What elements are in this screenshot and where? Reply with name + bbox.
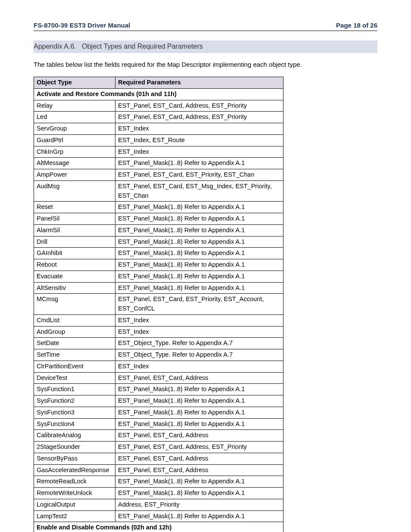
table-row: AudMsgEST_Panel, EST_Card, EST_Msg_Index…	[34, 180, 283, 202]
cell-object-type: Reset	[34, 202, 115, 213]
cell-object-type: CalibrateAnalog	[34, 430, 115, 442]
cell-object-type: CmdList	[34, 314, 115, 326]
table-header-row: Object Type Required Parameters	[34, 77, 283, 89]
intro-text: The tables below list the fields require…	[34, 61, 377, 68]
table-row: LedEST_Panel, EST_Card, Address, EST_Pri…	[34, 112, 283, 123]
table-row: RemoteWriteUnlockEST_Panel_Mask(1..8) Re…	[34, 488, 283, 499]
table-row: LogicalOutputAddress, EST_Priority	[34, 499, 283, 510]
table-section-row: Enable and Disable Commands (02h and 12h…	[34, 522, 283, 532]
cell-object-type: ServGroup	[34, 123, 115, 135]
cell-object-type: AndGroup	[34, 326, 115, 338]
cell-required-parameters: EST_Panel_Mask(1..8) Refer to Appendix A…	[115, 259, 283, 271]
cell-required-parameters: EST_Index	[115, 361, 283, 372]
section-number: Appendix A.6.	[34, 43, 82, 50]
table-row: LampTest2EST_Panel_Mask(1..8) Refer to A…	[34, 510, 283, 522]
cell-object-type: RemoteReadLock	[34, 476, 115, 488]
cell-required-parameters: EST_Object_Type. Refer to Appendix A.7	[115, 338, 283, 349]
cell-required-parameters: EST_Panel, EST_Card, Address	[115, 430, 283, 442]
cell-required-parameters: EST_Panel_Mask(1..8) Refer to Appendix A…	[115, 395, 283, 407]
cell-object-type: RemoteWriteUnlock	[34, 488, 115, 499]
table-row: 2StageSounderEST_Panel, EST_Card, Addres…	[34, 442, 283, 453]
cell-object-type: GasAcceleratedResponse	[34, 464, 115, 476]
table-row: SetTimeEST_Object_Type. Refer to Appendi…	[34, 349, 283, 361]
cell-object-type: Relay	[34, 100, 115, 112]
cell-required-parameters: EST_Panel_Mask(1..8) Refer to Appendix A…	[115, 224, 283, 236]
cell-required-parameters: EST_Panel_Mask(1..8) Refer to Appendix A…	[115, 248, 283, 259]
cell-object-type: SysFunction4	[34, 418, 115, 430]
cell-object-type: LampTest2	[34, 510, 115, 522]
table-row: RebootEST_Panel_Mask(1..8) Refer to Appe…	[34, 259, 283, 271]
cell-object-type: AmpPower	[34, 169, 115, 181]
cell-required-parameters: EST_Panel, EST_Card, Address	[115, 464, 283, 476]
col-required-parameters: Required Parameters	[115, 77, 283, 89]
section-heading: Appendix A.6.Object Types and Required P…	[34, 40, 377, 53]
cell-object-type: DeviceTest	[34, 372, 115, 384]
cell-object-type: LogicalOutput	[34, 499, 115, 510]
cell-object-type: Drill	[34, 236, 115, 248]
table-row: RemoteReadLockEST_Panel_Mask(1..8) Refer…	[34, 476, 283, 488]
cell-object-type: GAInhibit	[34, 248, 115, 259]
table-row: CalibrateAnalogEST_Panel, EST_Card, Addr…	[34, 430, 283, 442]
cell-required-parameters: EST_Panel, EST_Card, EST_Priority, EST_C…	[115, 169, 283, 181]
cell-required-parameters: EST_Panel_Mask(1..8) Refer to Appendix A…	[115, 476, 283, 488]
table-row: AltMessageEST_Panel_Mask(1..8) Refer to …	[34, 158, 283, 169]
cell-required-parameters: EST_Panel_Mask(1..8) Refer to Appendix A…	[115, 213, 283, 225]
cell-required-parameters: EST_Panel_Mask(1..8) Refer to Appendix A…	[115, 510, 283, 522]
table-row: AmpPowerEST_Panel, EST_Card, EST_Priorit…	[34, 169, 283, 181]
cell-required-parameters: EST_Index, EST_Route	[115, 134, 283, 146]
table-row: CmdListEST_Index	[34, 314, 283, 326]
cell-required-parameters: EST_Panel, EST_Card, Address, EST_Priori…	[115, 112, 283, 123]
table-row: ResetEST_Panel_Mask(1..8) Refer to Appen…	[34, 202, 283, 213]
cell-required-parameters: EST_Panel, EST_Card, EST_Priority, EST_A…	[115, 294, 283, 315]
header-left: FS-8700-39 EST3 Driver Manual	[34, 22, 130, 29]
table-row: SetDateEST_Object_Type. Refer to Appendi…	[34, 338, 283, 349]
cell-object-type: Evacuate	[34, 271, 115, 282]
cell-required-parameters: EST_Panel_Mask(1..8) Refer to Appendix A…	[115, 407, 283, 418]
cell-required-parameters: EST_Index	[115, 123, 283, 135]
cell-object-type: ChkInGrp	[34, 146, 115, 158]
table-row: EvacuateEST_Panel_Mask(1..8) Refer to Ap…	[34, 271, 283, 282]
table-row: DrillEST_Panel_Mask(1..8) Refer to Appen…	[34, 236, 283, 248]
header-right: Page 18 of 26	[336, 22, 377, 29]
cell-required-parameters: EST_Panel_Mask(1..8) Refer to Appendix A…	[115, 202, 283, 213]
table-row: GuardPtrlEST_Index, EST_Route	[34, 134, 283, 146]
cell-required-parameters: EST_Panel_Mask(1..8) Refer to Appendix A…	[115, 418, 283, 430]
table-row: AltSensitivEST_Panel_Mask(1..8) Refer to…	[34, 282, 283, 294]
cell-required-parameters: EST_Panel_Mask(1..8) Refer to Appendix A…	[115, 271, 283, 282]
cell-object-type: Reboot	[34, 259, 115, 271]
page-header: FS-8700-39 EST3 Driver Manual Page 18 of…	[34, 22, 377, 31]
cell-required-parameters: EST_Object_Type. Refer to Appendix A.7	[115, 349, 283, 361]
table-row: ChkInGrpEST_Index	[34, 146, 283, 158]
cell-object-type: 2StageSounder	[34, 442, 115, 453]
table-row: SysFunction4EST_Panel_Mask(1..8) Refer t…	[34, 418, 283, 430]
object-types-table: Object Type Required Parameters Activate…	[34, 77, 283, 532]
table-row: AlarmSilEST_Panel_Mask(1..8) Refer to Ap…	[34, 224, 283, 236]
cell-object-type: SysFunction2	[34, 395, 115, 407]
cell-object-type: SetDate	[34, 338, 115, 349]
cell-object-type: SensorByPass	[34, 453, 115, 464]
table-row: SysFunction3EST_Panel_Mask(1..8) Refer t…	[34, 407, 283, 418]
table-section-row: Activate and Restore Commands (01h and 1…	[34, 88, 283, 100]
table-section-heading: Enable and Disable Commands (02h and 12h…	[34, 522, 283, 532]
cell-required-parameters: EST_Panel, EST_Card, Address	[115, 453, 283, 464]
table-row: GasAcceleratedResponseEST_Panel, EST_Car…	[34, 464, 283, 476]
table-row: DeviceTestEST_Panel, EST_Card, Address	[34, 372, 283, 384]
cell-required-parameters: EST_Index	[115, 314, 283, 326]
cell-object-type: ClrPartitionEvent	[34, 361, 115, 372]
cell-required-parameters: EST_Panel_Mask(1..8) Refer to Appendix A…	[115, 384, 283, 395]
table-row: MCmsgEST_Panel, EST_Card, EST_Priority, …	[34, 294, 283, 315]
cell-required-parameters: EST_Panel, EST_Card, Address, EST_Priori…	[115, 100, 283, 112]
col-object-type: Object Type	[34, 77, 115, 89]
table-row: PanelSilEST_Panel_Mask(1..8) Refer to Ap…	[34, 213, 283, 225]
cell-required-parameters: EST_Index	[115, 326, 283, 338]
cell-required-parameters: EST_Index	[115, 146, 283, 158]
cell-required-parameters: EST_Panel_Mask(1..8) Refer to Appendix A…	[115, 488, 283, 499]
table-row: SysFunction1EST_Panel_Mask(1..8) Refer t…	[34, 384, 283, 395]
section-title: Object Types and Required Parameters	[82, 43, 203, 50]
table-row: GAInhibitEST_Panel_Mask(1..8) Refer to A…	[34, 248, 283, 259]
cell-object-type: SetTime	[34, 349, 115, 361]
cell-object-type: SysFunction3	[34, 407, 115, 418]
cell-object-type: MCmsg	[34, 294, 115, 315]
cell-required-parameters: EST_Panel_Mask(1..8) Refer to Appendix A…	[115, 282, 283, 294]
table-row: AndGroupEST_Index	[34, 326, 283, 338]
